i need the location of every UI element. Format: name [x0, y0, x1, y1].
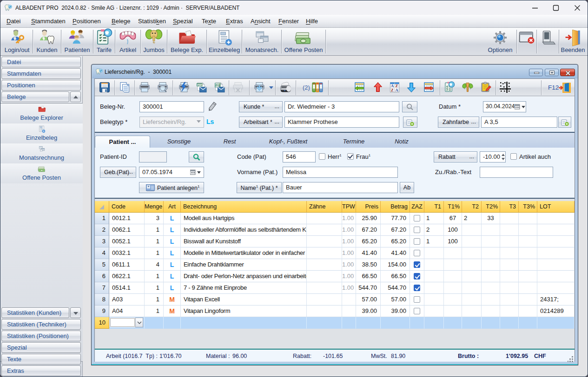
svg-text:A: A — [396, 88, 399, 92]
svg-text:PDF: PDF — [197, 84, 202, 87]
svg-text:Z: Z — [391, 88, 394, 92]
